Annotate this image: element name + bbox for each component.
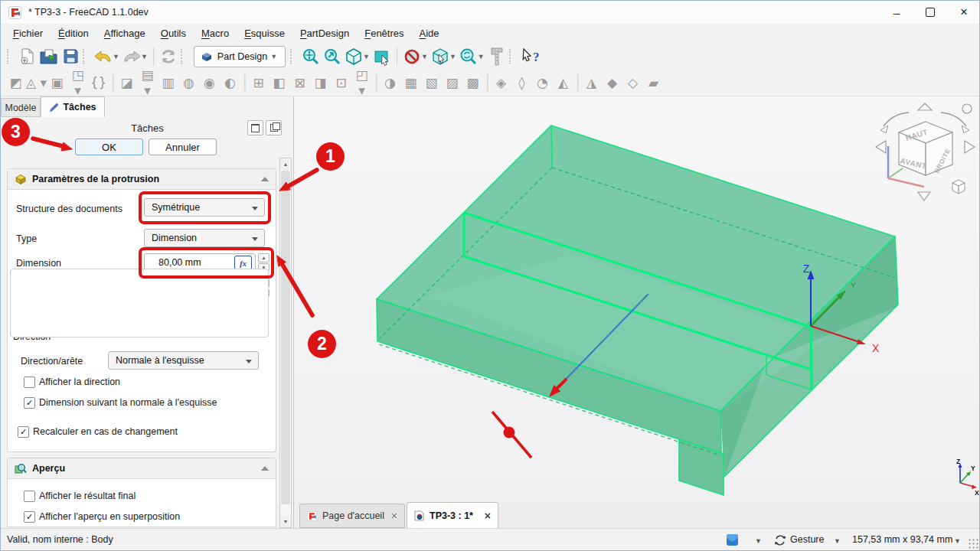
type-dropdown[interactable]: Dimension	[144, 229, 265, 247]
menu-item[interactable]: Fenêtres	[357, 25, 411, 41]
zoom-selection-icon[interactable]	[322, 46, 343, 67]
tab-start-page[interactable]: Page d'accueil ×	[299, 504, 405, 528]
tab-model[interactable]: Modèle	[1, 98, 41, 117]
partdesign-tool-icon[interactable]: ▩	[462, 75, 483, 90]
partdesign-tool-icon[interactable]: ▥	[158, 75, 178, 90]
navigation-cube-icon[interactable]	[430, 46, 451, 67]
partdesign-tool-icon[interactable]: ◇	[622, 75, 643, 90]
dock-float-icon[interactable]	[266, 120, 282, 135]
open-file-icon[interactable]	[38, 46, 60, 67]
partdesign-tool-icon[interactable]: ▨	[442, 75, 462, 90]
navigation-style-icon[interactable]	[774, 534, 786, 546]
show-overlay-checkbox[interactable]	[24, 511, 35, 523]
scroll-down-icon[interactable]: ▼	[280, 516, 291, 527]
sync-view-icon[interactable]	[458, 46, 479, 67]
show-direction-checkbox[interactable]	[24, 377, 35, 388]
partdesign-tool-icon[interactable]: ⊡	[331, 75, 351, 90]
measure-icon[interactable]	[486, 46, 508, 67]
navigation-caret[interactable]: ▼	[449, 53, 456, 60]
partdesign-tool-icon[interactable]: ▦	[400, 75, 421, 90]
panel-scrollbar[interactable]: ▲ ▼	[279, 158, 292, 528]
partdesign-tool-icon[interactable]: ◧	[269, 75, 289, 90]
collapse-icon	[261, 466, 269, 471]
3d-viewport[interactable]: Y Z X	[294, 96, 980, 502]
tab-document[interactable]: TP3-3 : 1* ×	[407, 502, 498, 528]
clipping-off-icon[interactable]	[401, 46, 423, 67]
pad-section-header[interactable]: Paramètres de la protrusion	[8, 169, 276, 190]
partdesign-tool-icon[interactable]: ◬ ▾	[26, 75, 47, 90]
workbench-selector[interactable]: Part Design ▼	[194, 46, 286, 67]
partdesign-tool-icon[interactable]: ◐	[220, 75, 240, 90]
minimize-button[interactable]: –	[880, 1, 913, 24]
dimensions-caret[interactable]: ▼	[954, 537, 961, 545]
tab-tasks[interactable]: Tâches	[41, 96, 105, 117]
menu-item[interactable]: Édition	[51, 25, 96, 41]
partdesign-tool-icon[interactable]: ◭	[553, 75, 573, 90]
navigation-cube[interactable]: HAUT AVANT DROITE	[876, 103, 975, 201]
menu-item[interactable]: Macro	[194, 25, 237, 41]
partdesign-tool-icon[interactable]: {}	[88, 75, 109, 90]
zoom-fit-icon[interactable]	[300, 46, 322, 67]
view-caret[interactable]: ▼	[363, 53, 370, 60]
pad-preview-model[interactable]	[377, 126, 898, 495]
maximize-button[interactable]	[913, 1, 947, 24]
menu-item[interactable]: Fichier	[5, 25, 51, 41]
dock-collapse-icon[interactable]	[247, 120, 263, 135]
partdesign-tool-icon[interactable]: ◍	[178, 75, 199, 90]
partdesign-tool-icon[interactable]: ◊	[511, 75, 532, 90]
partdesign-tool-icon[interactable]: ◳ ▾	[67, 67, 88, 98]
draw-style-caret[interactable]: ▼	[755, 537, 762, 545]
save-icon[interactable]	[60, 46, 81, 67]
navigation-style-label[interactable]: Gesture	[790, 534, 824, 545]
close-button[interactable]: ×	[947, 1, 980, 24]
update-view-checkbox[interactable]	[18, 426, 29, 438]
partdesign-tool-icon[interactable]: ◈	[491, 75, 511, 90]
isometric-view-icon[interactable]	[343, 46, 364, 67]
resize-grip[interactable]	[968, 538, 978, 549]
cancel-button[interactable]: Annuler	[149, 139, 217, 155]
navigation-style-caret[interactable]: ▼	[834, 537, 841, 545]
menu-item[interactable]: PartDesign	[292, 25, 357, 41]
close-tab-icon[interactable]: ×	[391, 510, 397, 522]
partdesign-tool-icon[interactable]: ◮	[581, 75, 602, 90]
partdesign-tool-icon[interactable]: ⊠	[289, 75, 310, 90]
show-final-checkbox[interactable]	[24, 491, 35, 502]
partdesign-tool-icon[interactable]: ▰	[643, 75, 664, 90]
redo-caret[interactable]: ▼	[141, 53, 148, 60]
partdesign-tool-icon[interactable]: ▤ ▾	[137, 67, 158, 98]
partdesign-tool-icon[interactable]: ▧	[421, 75, 442, 90]
partdesign-tool-icon[interactable]: ◆	[602, 75, 622, 90]
box-selection-icon[interactable]	[371, 46, 393, 67]
undo-caret[interactable]: ▼	[113, 53, 119, 60]
menu-item[interactable]: Affichage	[96, 25, 153, 41]
freecad-logo-icon	[8, 6, 21, 19]
partdesign-tool-icon[interactable]: ◉	[199, 75, 220, 90]
menu-item[interactable]: Aide	[412, 25, 447, 41]
partdesign-tool-icon[interactable]: ▣	[47, 75, 67, 90]
clipping-caret[interactable]: ▼	[421, 53, 428, 60]
partdesign-tool-icon[interactable]: ◑	[380, 75, 400, 90]
close-tab-icon[interactable]: ×	[485, 510, 491, 522]
view-dimensions[interactable]: 157,53 mm x 93,74 mm	[852, 534, 952, 545]
ok-button[interactable]: OK	[75, 139, 143, 155]
new-document-icon[interactable]	[17, 46, 38, 67]
redo-icon[interactable]	[121, 46, 142, 67]
refresh-icon[interactable]	[158, 46, 179, 67]
preview-section-header[interactable]: Aperçu	[8, 458, 276, 479]
draw-style-icon[interactable]	[726, 533, 739, 546]
menu-item[interactable]: Outils	[153, 25, 194, 41]
partdesign-tool-icon[interactable]: ◨	[310, 75, 331, 90]
sync-caret[interactable]: ▼	[478, 53, 485, 60]
partdesign-tool-icon[interactable]: ◪	[116, 75, 137, 90]
scrollbar-thumb[interactable]	[281, 171, 290, 504]
along-normal-checkbox[interactable]	[24, 397, 35, 409]
menu-item[interactable]: Esquisse	[237, 25, 292, 41]
partdesign-tool-icon[interactable]: ◔	[532, 75, 553, 90]
partdesign-tool-icon[interactable]: ◩	[5, 75, 26, 90]
partdesign-tool-icon[interactable]: ◰ ▾	[351, 67, 372, 98]
direction-edge-dropdown[interactable]: Normale à l'esquisse	[108, 351, 259, 370]
undo-icon[interactable]	[93, 46, 114, 67]
scroll-up-icon[interactable]: ▲	[280, 158, 291, 170]
partdesign-tool-icon[interactable]: ⊞	[248, 75, 269, 90]
whats-this-icon[interactable]: ?	[519, 46, 545, 67]
